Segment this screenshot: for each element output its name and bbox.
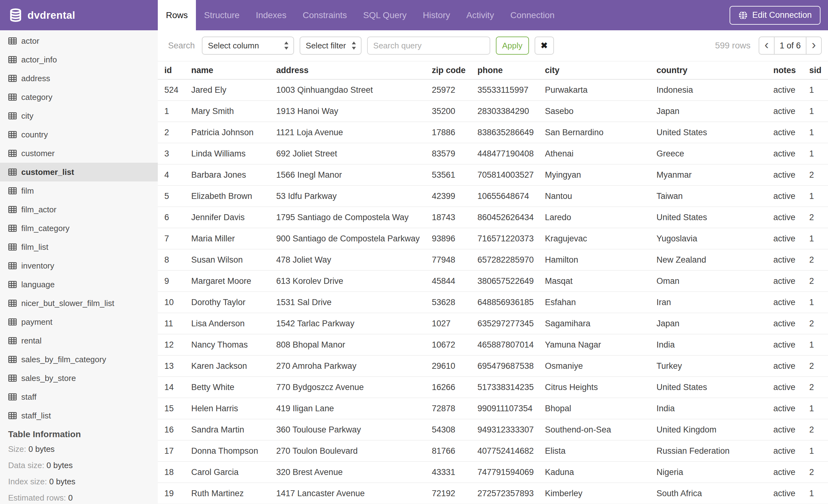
sidebar-item-sales_by_film_category[interactable]: sales_by_film_category: [0, 350, 158, 369]
column-header-notes[interactable]: notes: [773, 61, 809, 79]
next-page-button[interactable]: ›: [806, 37, 821, 54]
table-row[interactable]: 9Margaret Moore613 Korolev Drive45844380…: [158, 270, 828, 292]
table-cell: 2: [809, 270, 828, 292]
table-cell: 990911107354: [478, 398, 545, 419]
table-row[interactable]: 15Helen Harris419 Iligan Lane72878990911…: [158, 398, 828, 419]
table-cell: 1027: [432, 313, 478, 334]
sidebar-item-label: film_actor: [21, 205, 56, 215]
table-cell: 81766: [432, 440, 478, 462]
sidebar-item-language[interactable]: language: [0, 275, 158, 294]
table-cell: 478 Joliet Way: [276, 249, 432, 270]
table-grid-icon: [8, 149, 17, 157]
table-row[interactable]: 11Lisa Anderson1542 Tarlac Parkway102763…: [158, 313, 828, 334]
close-icon: ✖: [541, 41, 548, 51]
table-cell: New Zealand: [657, 249, 773, 270]
column-header-address[interactable]: address: [276, 61, 432, 79]
edit-connection-button[interactable]: Edit Connection: [730, 6, 821, 25]
table-row[interactable]: 19Ruth Martinez1417 Lancaster Avenue7219…: [158, 483, 828, 504]
sidebar-item-customer_list[interactable]: customer_list: [0, 163, 158, 181]
table-cell: Esfahan: [545, 292, 657, 313]
table-cell: 35200: [432, 100, 478, 122]
tab-history[interactable]: History: [415, 0, 458, 30]
sidebar-item-payment[interactable]: payment: [0, 313, 158, 331]
table-grid-icon: [8, 281, 17, 288]
sidebar-item-city[interactable]: city: [0, 106, 158, 125]
previous-page-button[interactable]: ‹: [759, 37, 774, 54]
sidebar-item-address[interactable]: address: [0, 69, 158, 88]
table-cell: 14: [158, 377, 191, 398]
table-cell: 2: [809, 164, 828, 185]
apply-button[interactable]: Apply: [496, 37, 529, 55]
table-row[interactable]: 1Mary Smith1913 Hanoi Way352002830338429…: [158, 100, 828, 122]
sidebar-item-actor[interactable]: actor: [0, 32, 158, 50]
tab-activity[interactable]: Activity: [458, 0, 502, 30]
column-header-country[interactable]: country: [657, 61, 773, 79]
table-grid-icon: [8, 112, 17, 120]
table-cell: 53561: [432, 164, 478, 185]
column-header-sid[interactable]: sid: [809, 61, 828, 79]
table-row[interactable]: 14Betty White770 Bydgoszcz Avenue1626651…: [158, 377, 828, 398]
table-cell: 2: [809, 207, 828, 228]
sidebar-item-category[interactable]: category: [0, 88, 158, 106]
sidebar-item-film_category[interactable]: film_category: [0, 219, 158, 238]
tab-rows[interactable]: Rows: [158, 0, 196, 30]
table-cell: 448477190408: [478, 143, 545, 164]
tab-connection[interactable]: Connection: [502, 0, 563, 30]
sidebar-item-inventory[interactable]: inventory: [0, 257, 158, 275]
table-row[interactable]: 524Jared Ely1003 Qinhuangdao Street25972…: [158, 79, 828, 100]
sidebar-item-sales_by_store[interactable]: sales_by_store: [0, 369, 158, 387]
table-cell: Athenai: [545, 143, 657, 164]
table-grid-icon: [8, 131, 17, 138]
sidebar-item-staff[interactable]: staff: [0, 387, 158, 406]
table-row[interactable]: 10Dorothy Taylor1531 Sal Drive5362864885…: [158, 292, 828, 313]
sidebar-item-actor_info[interactable]: actor_info: [0, 50, 158, 69]
table-cell: Citrus Heights: [545, 377, 657, 398]
column-header-zip-code[interactable]: zip code: [432, 61, 478, 79]
table-row[interactable]: 6Jennifer Davis1795 Santiago de Composte…: [158, 207, 828, 228]
table-cell: Kragujevac: [545, 228, 657, 249]
sidebar-item-rental[interactable]: rental: [0, 331, 158, 350]
sidebar-item-film[interactable]: film: [0, 181, 158, 200]
column-header-phone[interactable]: phone: [478, 61, 545, 79]
table-cell: Elista: [545, 440, 657, 462]
table-cell: 10: [158, 292, 191, 313]
sidebar-item-staff_list[interactable]: staff_list: [0, 406, 158, 425]
search-input[interactable]: [367, 37, 490, 55]
table-cell: 5: [158, 185, 191, 207]
table-grid-icon: [8, 262, 17, 270]
sidebar-item-film_list[interactable]: film_list: [0, 238, 158, 257]
sidebar-item-country[interactable]: country: [0, 125, 158, 144]
table-row[interactable]: 12Nancy Thomas808 Bhopal Manor1067246588…: [158, 334, 828, 355]
table-row[interactable]: 16Sandra Martin360 Toulouse Parkway54308…: [158, 419, 828, 440]
table-cell: 613 Korolev Drive: [276, 270, 432, 292]
table-grid-icon: [8, 56, 17, 63]
column-header-city[interactable]: city: [545, 61, 657, 79]
table-cell: 1417 Lancaster Avenue: [276, 483, 432, 504]
table-row[interactable]: 5Elizabeth Brown53 Idfu Parkway423991065…: [158, 185, 828, 207]
table-grid-icon: [8, 37, 17, 45]
column-header-name[interactable]: name: [191, 61, 276, 79]
sidebar-item-label: staff: [21, 392, 37, 402]
clear-search-button[interactable]: ✖: [535, 37, 554, 55]
tab-structure[interactable]: Structure: [196, 0, 248, 30]
table-row[interactable]: 13Karen Jackson270 Amroha Parkway2961069…: [158, 355, 828, 377]
table-cell: 3: [158, 143, 191, 164]
table-row[interactable]: 17Donna Thompson270 Toulon Boulevard8176…: [158, 440, 828, 462]
table-row[interactable]: 4Barbara Jones1566 Inegl Manor5356170581…: [158, 164, 828, 185]
sidebar-item-customer[interactable]: customer: [0, 144, 158, 163]
column-header-id[interactable]: id: [158, 61, 191, 79]
table-cell: Helen Harris: [191, 398, 276, 419]
table-row[interactable]: 18Carol Garcia320 Brest Avenue4333174779…: [158, 462, 828, 483]
table-row[interactable]: 8Susan Wilson478 Joliet Way7794865728228…: [158, 249, 828, 270]
tab-sql-query[interactable]: SQL Query: [355, 0, 415, 30]
filter-select[interactable]: Select filter: [300, 37, 362, 55]
data-grid: idnameaddresszip codephonecitycountrynot…: [158, 61, 828, 504]
tab-constraints[interactable]: Constraints: [295, 0, 355, 30]
column-select[interactable]: Select column: [202, 37, 294, 55]
table-row[interactable]: 3Linda Williams692 Joliet Street83579448…: [158, 143, 828, 164]
table-row[interactable]: 2Patricia Johnson1121 Loja Avenue1788683…: [158, 122, 828, 143]
table-row[interactable]: 7Maria Miller900 Santiago de Compostela …: [158, 228, 828, 249]
sidebar-item-film_actor[interactable]: film_actor: [0, 200, 158, 219]
tab-indexes[interactable]: Indexes: [248, 0, 295, 30]
sidebar-item-nicer_but_slower_film_list[interactable]: nicer_but_slower_film_list: [0, 294, 158, 313]
